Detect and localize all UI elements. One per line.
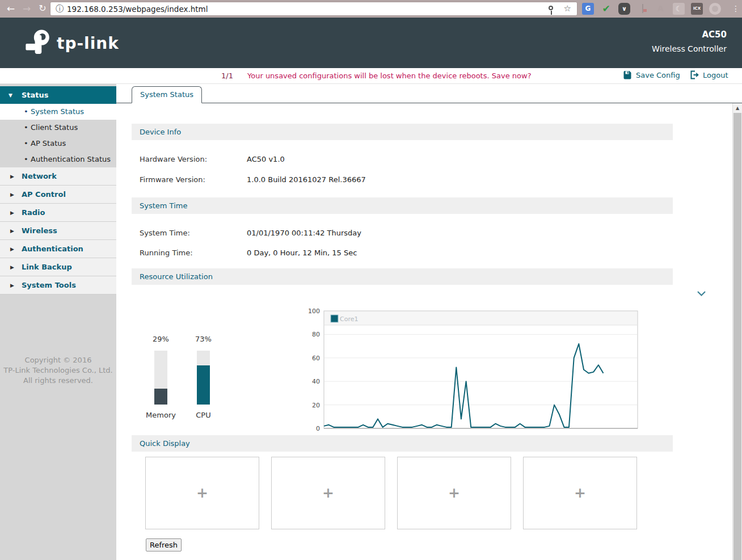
content-panel: Device Info Hardware Version: AC50 v1.0 … (116, 103, 732, 560)
main-area: System Status Device Info Hardware Versi… (116, 84, 742, 560)
address-bar[interactable]: ⓘ 192.168.0.253/webpages/index.html ☆ (50, 2, 577, 16)
save-icon (623, 70, 632, 79)
triangle-right-icon: ▶ (10, 186, 14, 204)
brand-name: tp-link (57, 34, 119, 53)
tab-bar: System Status (116, 84, 742, 103)
section-header-quick-display: Quick Display (132, 435, 673, 452)
device-model: AC50 (652, 27, 727, 42)
triangle-down-icon: ▼ (9, 87, 12, 104)
url-text[interactable]: 192.168.0.253/webpages/index.html (67, 5, 208, 14)
sidebar-item-authentication[interactable]: ▶ Authentication (0, 240, 116, 258)
copyright-text: Copyright © 2016 TP-Link Technologies Co… (0, 355, 116, 386)
memory-usage-value: 29% (144, 335, 178, 343)
system-time-value: 01/01/1970 00:11:42 Thursday (247, 229, 542, 237)
svg-text:0: 0 (316, 425, 320, 432)
bullet-icon: • (24, 104, 28, 120)
device-title: AC50 Wireless Controller (652, 27, 727, 56)
running-time-value: 0 Day, 0 Hour, 12 Min, 15 Sec (247, 249, 542, 257)
crescent-extension-icon[interactable]: ☾ (673, 3, 685, 15)
forward-icon[interactable]: → (19, 1, 34, 16)
device-product: Wireless Controller (652, 42, 727, 56)
triangle-right-icon: ▶ (10, 204, 14, 222)
hardware-version-row: Hardware Version: AC50 v1.0 (140, 155, 207, 165)
check-extension-icon[interactable]: ✔ (600, 3, 612, 15)
scrollbar-thumb[interactable] (733, 113, 741, 560)
firmware-version-value: 1.0.0 Build 20161027 Rel.36667 (247, 175, 542, 184)
tp-link-logo-icon (23, 28, 53, 58)
logout-icon (690, 70, 699, 79)
cpu-gauge-track (197, 351, 210, 405)
triangle-right-icon: ▶ (10, 277, 14, 294)
sidebar-item-client-status[interactable]: • Client Status (0, 120, 116, 136)
pdf-extension-icon[interactable] (636, 3, 648, 15)
refresh-icon[interactable]: ↻ (35, 1, 50, 16)
bullet-icon: • (24, 136, 28, 151)
quick-display-slot-1[interactable]: + (145, 457, 259, 529)
svg-text:60: 60 (312, 355, 320, 362)
running-time-row: Running Time: 0 Day, 0 Hour, 12 Min, 15 … (140, 249, 193, 259)
triangle-right-icon: ▶ (10, 241, 14, 258)
sidebar-item-radio[interactable]: ▶ Radio (0, 204, 116, 222)
section-header-resource-utilization: Resource Utilization (132, 268, 673, 285)
back-icon[interactable]: ← (3, 1, 18, 16)
unsaved-config-warning: Your unsaved configurations will be lost… (247, 71, 532, 80)
logout-button[interactable]: Logout (690, 70, 728, 79)
app-header: tp-link AC50 Wireless Controller (0, 18, 742, 68)
browser-menu-icon[interactable]: ⋮ (732, 3, 740, 15)
quick-display-slot-4[interactable]: + (523, 457, 637, 529)
svg-text:100: 100 (308, 309, 320, 315)
bullet-icon: • (24, 120, 28, 136)
sidebar-item-wireless[interactable]: ▶ Wireless (0, 222, 116, 240)
hardware-version-value: AC50 v1.0 (247, 155, 542, 163)
system-time-row: System Time: 01/01/1970 00:11:42 Thursda… (140, 229, 190, 239)
bullet-icon: • (24, 151, 28, 167)
info-icon[interactable]: ⓘ (56, 4, 64, 14)
section-header-device-info: Device Info (132, 124, 673, 140)
key-icon[interactable] (549, 6, 553, 10)
bookmark-star-icon[interactable]: ☆ (564, 3, 571, 14)
cpu-usage-value: 73% (186, 335, 221, 343)
acrobat-extension-icon[interactable]: A (655, 3, 667, 15)
quick-display-slot-3[interactable]: + (397, 457, 511, 529)
svg-text:Core1: Core1 (340, 315, 358, 323)
scrollbar[interactable]: ▲ (732, 103, 742, 560)
translate-extension-icon[interactable]: G (582, 3, 594, 15)
plus-icon: + (448, 485, 460, 501)
memory-gauge-label: Memory (144, 411, 178, 419)
quick-display-slot-2[interactable]: + (271, 457, 385, 529)
save-config-label: Save Config (636, 71, 680, 79)
triangle-right-icon: ▶ (10, 222, 14, 240)
sidebar-item-link-backup[interactable]: ▶ Link Backup (0, 258, 116, 276)
sidebar-item-system-status[interactable]: • System Status (0, 104, 116, 120)
svg-text:80: 80 (312, 331, 320, 338)
section-header-system-time: System Time (132, 197, 673, 214)
plus-icon: + (196, 485, 208, 501)
profile-extension-icon[interactable] (709, 3, 721, 15)
triangle-right-icon: ▶ (10, 168, 14, 186)
memory-gauge: 29% Memory (144, 335, 178, 419)
sidebar-item-ap-control[interactable]: ▶ AP Control (0, 186, 116, 204)
triangle-right-icon: ▶ (10, 259, 14, 276)
page-indicator: 1/1 (221, 71, 233, 80)
pocket-extension-icon[interactable]: ∨ (618, 3, 630, 15)
sidebar-item-system-tools[interactable]: ▶ System Tools (0, 276, 116, 294)
chevron-down-icon[interactable] (697, 290, 706, 297)
firmware-version-row: Firmware Version: 1.0.0 Build 20161027 R… (140, 175, 205, 186)
tab-system-status[interactable]: System Status (132, 86, 202, 103)
memory-gauge-fill (154, 389, 167, 405)
cpu-gauge-label: CPU (186, 411, 221, 419)
cpu-gauge: 73% CPU (186, 335, 221, 419)
sidebar-item-network[interactable]: ▶ Network (0, 167, 116, 186)
refresh-button[interactable]: Refresh (146, 538, 182, 551)
memory-gauge-track (154, 351, 167, 405)
tp-link-logo: tp-link (23, 28, 119, 58)
scrollbar-up-icon[interactable]: ▲ (733, 103, 742, 113)
sidebar-item-authentication-status[interactable]: • Authentication Status (0, 151, 116, 167)
save-config-button[interactable]: Save Config (623, 70, 680, 79)
svg-text:20: 20 (312, 402, 320, 409)
sidebar-item-status[interactable]: ▼ Status (0, 86, 116, 104)
cpu-gauge-fill (197, 365, 210, 405)
icx-extension-icon[interactable]: ICX (691, 3, 703, 15)
pdf-page-icon (642, 4, 643, 13)
sidebar-item-ap-status[interactable]: • AP Status (0, 136, 116, 151)
